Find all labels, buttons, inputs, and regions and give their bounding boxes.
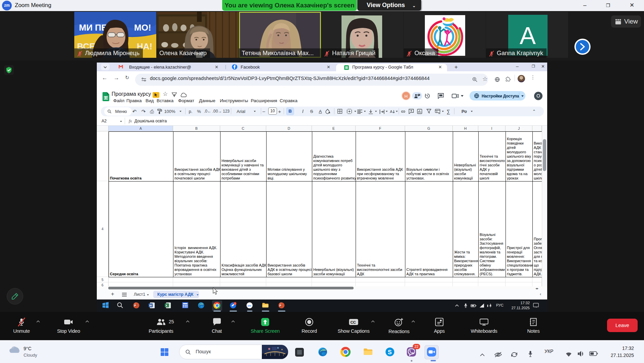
svg-text:P: P bbox=[279, 304, 281, 307]
svg-text:X: X bbox=[165, 304, 167, 307]
svg-text:P: P bbox=[134, 304, 136, 307]
svg-text:W: W bbox=[149, 304, 152, 307]
svg-text:1: 1 bbox=[235, 302, 236, 305]
svg-text:A: A bbox=[390, 110, 393, 114]
svg-text:S: S bbox=[388, 349, 392, 356]
svg-text:A: A bbox=[520, 22, 536, 49]
svg-text:zm: zm bbox=[247, 304, 251, 307]
svg-text:МО!: МО! bbox=[134, 23, 151, 33]
svg-text:CC: CC bbox=[351, 320, 356, 324]
